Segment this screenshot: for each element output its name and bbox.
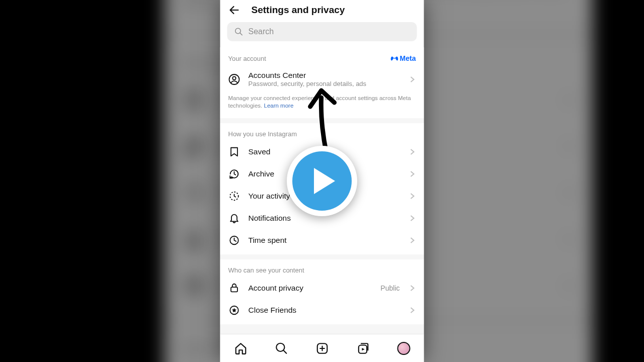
play-icon bbox=[292, 151, 352, 211]
learn-more-link[interactable]: Learn more bbox=[264, 103, 293, 109]
svg-point-3 bbox=[186, 184, 203, 201]
account-circle-icon bbox=[228, 73, 240, 85]
chevron-right-icon bbox=[409, 193, 416, 200]
search-icon bbox=[234, 27, 244, 36]
chevron-right-icon bbox=[409, 307, 416, 314]
nav-search-icon[interactable] bbox=[275, 342, 288, 355]
nav-reels-icon[interactable] bbox=[356, 342, 369, 355]
archive-history-icon bbox=[228, 168, 240, 180]
svg-rect-15 bbox=[231, 287, 237, 292]
section-label: How you use Instagram bbox=[228, 130, 297, 138]
avatar bbox=[397, 342, 410, 355]
meta-brand-link[interactable]: Meta bbox=[390, 54, 416, 62]
row-title: Accounts Center bbox=[249, 70, 401, 80]
bookmark-icon bbox=[228, 146, 240, 158]
clock-icon bbox=[228, 234, 240, 246]
nav-home-icon[interactable] bbox=[234, 342, 247, 355]
row-title: Account privacy bbox=[249, 283, 373, 293]
activity-dashed-clock-icon bbox=[228, 190, 240, 202]
meta-brand-text: Meta bbox=[400, 54, 416, 62]
search-placeholder: Search bbox=[249, 27, 274, 36]
nav-new-post-icon[interactable] bbox=[315, 342, 329, 355]
search-input[interactable]: Search bbox=[227, 22, 417, 41]
lock-icon bbox=[228, 282, 240, 294]
chevron-right-icon bbox=[409, 76, 416, 83]
row-value: Public bbox=[380, 284, 399, 292]
row-subtitle: Password, security, personal details, ad… bbox=[249, 80, 401, 88]
meta-logo-icon bbox=[390, 55, 399, 61]
row-title: Time spent bbox=[249, 235, 401, 245]
section-label: Who can see your content bbox=[228, 266, 304, 274]
svg-point-4 bbox=[186, 277, 203, 294]
chevron-right-icon bbox=[409, 237, 416, 244]
row-accounts-center[interactable]: Accounts Center Password, security, pers… bbox=[220, 65, 424, 94]
bottom-navbar bbox=[220, 334, 424, 362]
back-arrow-icon[interactable] bbox=[228, 4, 240, 16]
section-visibility: Who can see your content Account privacy… bbox=[220, 259, 424, 324]
section-your-account: Your account Meta Accounts Center Passwo… bbox=[220, 47, 424, 118]
accounts-center-footnote: Manage your connected experiences and ac… bbox=[220, 94, 424, 115]
svg-point-17 bbox=[276, 343, 284, 351]
row-time-spent[interactable]: Time spent bbox=[220, 229, 424, 251]
chevron-right-icon bbox=[409, 215, 416, 222]
star-circle-icon bbox=[228, 304, 240, 316]
header-bar: Settings and privacy bbox=[220, 0, 424, 22]
nav-profile-avatar[interactable] bbox=[397, 342, 410, 355]
row-close-friends[interactable]: Close Friends bbox=[220, 299, 424, 321]
chevron-right-icon bbox=[409, 170, 416, 177]
page-title: Settings and privacy bbox=[252, 5, 345, 16]
video-play-button[interactable] bbox=[287, 146, 357, 216]
row-title: Close Friends bbox=[249, 305, 401, 315]
row-account-privacy[interactable]: Account privacy Public bbox=[220, 277, 424, 299]
chevron-right-icon bbox=[409, 285, 416, 292]
bell-icon bbox=[228, 212, 240, 224]
section-label: Your account bbox=[228, 55, 266, 62]
svg-point-12 bbox=[232, 76, 235, 79]
chevron-right-icon bbox=[409, 148, 416, 155]
